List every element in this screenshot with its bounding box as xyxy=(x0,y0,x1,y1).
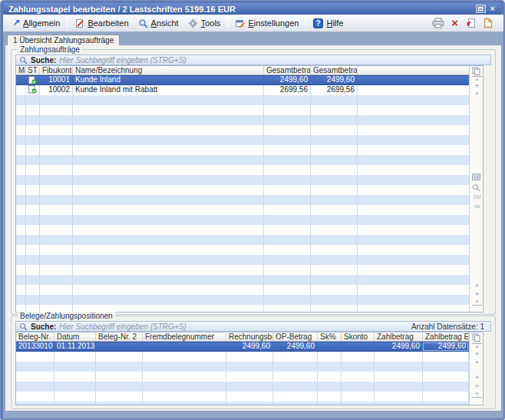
menu-label: Ansicht xyxy=(151,18,179,28)
column-header-gesamtbetrag-euro[interactable]: Gesamtbetrag Euro xyxy=(311,66,358,74)
table-row-selected[interactable]: 10001 Kunde Inland 2499,60 2499,60 xyxy=(16,75,469,85)
titlebar: Zahlungsstapel bearbeiten / 2 Lastschrif… xyxy=(4,3,501,15)
table-row-empty[interactable] xyxy=(16,205,469,215)
zoom-icon[interactable] xyxy=(472,184,482,192)
positions-rows: 20133010 01.11.2013 /Fr 2499,60 2499,60 … xyxy=(16,342,469,405)
cell-op-betrag: 2499,60 xyxy=(273,342,318,351)
row-move-up-icon[interactable]: + xyxy=(472,351,482,358)
table-row-empty[interactable] xyxy=(16,305,469,312)
table-row-empty[interactable] xyxy=(16,145,469,155)
grid-view-icon[interactable] xyxy=(472,174,482,180)
cell-skonto xyxy=(342,342,375,351)
table-row-empty[interactable] xyxy=(16,402,469,405)
column-header-sk-prozent[interactable]: Sk% xyxy=(318,332,342,341)
column-header-beleg-nr-2[interactable]: Beleg-Nr. 2 xyxy=(96,332,143,341)
table-row-empty[interactable] xyxy=(16,362,469,372)
cell-gesamtbetrag-euro: 2699,56 xyxy=(311,85,358,95)
scroll-top-icon[interactable]: ▲ xyxy=(472,343,482,349)
help-icon: ? xyxy=(313,18,323,28)
row-move-down-icon[interactable]: + xyxy=(472,291,482,298)
scroll-up-icon[interactable]: ▲ xyxy=(472,359,482,365)
table-row-empty[interactable] xyxy=(16,392,469,402)
menu-allgemein[interactable]: ↗ Allgemein xyxy=(8,17,64,29)
table-row-empty[interactable] xyxy=(16,135,469,145)
cell-fremdbelegnummer xyxy=(143,342,226,351)
table-row-empty[interactable] xyxy=(16,125,469,135)
table-row[interactable]: 10002 Kunde Inland mit Rabatt 2699,56 26… xyxy=(16,85,469,95)
column-header-beleg-nr[interactable]: Beleg-Nr. xyxy=(16,332,54,341)
orders-search-input[interactable] xyxy=(59,55,487,64)
menu-hilfe[interactable]: ? Hilfe xyxy=(309,17,348,30)
edit-document-icon xyxy=(74,18,84,28)
scroll-down-icon[interactable]: ▼ xyxy=(472,375,482,381)
menu-tools[interactable]: Tools xyxy=(183,17,226,30)
menu-bearbeiten[interactable]: Bearbeiten xyxy=(70,17,133,30)
print-icon[interactable] xyxy=(432,18,444,28)
close-button[interactable]: × xyxy=(489,5,497,13)
positions-side-toolbar: ▲ + ▲ ▼ + ▼ xyxy=(469,332,484,405)
table-row-empty[interactable] xyxy=(16,165,469,175)
column-header-name[interactable]: Name/Bezeichnung xyxy=(73,66,264,74)
table-row-empty[interactable] xyxy=(16,285,469,295)
scroll-bottom-icon[interactable]: ▼ xyxy=(472,392,482,398)
column-header-datum[interactable]: Datum xyxy=(54,332,96,341)
svg-text:?: ? xyxy=(316,19,321,28)
table-row-empty[interactable] xyxy=(16,245,469,255)
cell-name: Kunde Inland mit Rabatt xyxy=(73,85,264,95)
table-row-selected[interactable]: 20133010 01.11.2013 /Fr 2499,60 2499,60 … xyxy=(16,342,469,352)
positions-search-input[interactable] xyxy=(59,322,405,331)
table-row-empty[interactable] xyxy=(16,195,469,205)
positions-search-bar: Suche: Anzahl Datensätze: 1 xyxy=(15,321,491,332)
table-row-empty[interactable] xyxy=(16,95,469,105)
va-icon[interactable]: Va xyxy=(472,203,482,210)
table-row-empty[interactable] xyxy=(16,225,469,235)
new-document-icon[interactable] xyxy=(483,18,493,28)
menu-einstellungen[interactable]: Einstellungen xyxy=(230,17,303,30)
export-document-icon[interactable] xyxy=(465,18,476,28)
orders-header-row: M ST Fibukonto Name/Bezeichnung Gesamtbe… xyxy=(16,66,469,75)
copy-grid-icon[interactable] xyxy=(472,333,482,342)
cell-zahlbetrag-euro[interactable]: 2499,60 xyxy=(423,342,469,351)
table-row-empty[interactable] xyxy=(16,382,469,392)
delete-icon[interactable]: × xyxy=(451,18,458,28)
group-zahlungsauftraege: Zahlungsaufträge Suche: M ST Fibukonto N… xyxy=(11,49,496,315)
table-row-empty[interactable] xyxy=(16,265,469,275)
dm-currency-icon[interactable]: DM xyxy=(472,194,482,200)
table-row-empty[interactable] xyxy=(16,295,469,305)
column-header-skonto[interactable]: Skonto xyxy=(342,332,375,341)
column-header-gesamtbetrag[interactable]: Gesamtbetrag xyxy=(264,66,311,74)
table-row-empty[interactable] xyxy=(16,115,469,125)
row-move-up-icon[interactable]: + xyxy=(472,83,482,90)
column-header-fibukonto[interactable]: Fibukonto xyxy=(40,66,73,74)
scroll-up-icon[interactable]: ▲ xyxy=(472,91,482,96)
table-row-empty[interactable] xyxy=(16,275,469,285)
table-row-empty[interactable] xyxy=(16,255,469,265)
column-header-m[interactable]: M xyxy=(16,66,26,74)
menu-ansicht[interactable]: Ansicht xyxy=(134,17,183,30)
table-row-empty[interactable] xyxy=(16,372,469,382)
table-row-empty[interactable] xyxy=(16,175,469,185)
table-row-empty[interactable] xyxy=(16,185,469,195)
column-header-zahlbetrag[interactable]: Zahlbetrag xyxy=(375,332,423,341)
row-move-down-icon[interactable]: + xyxy=(472,383,482,390)
restore-button[interactable] xyxy=(476,5,486,13)
table-row-empty[interactable] xyxy=(16,235,469,245)
cell-sk-prozent xyxy=(318,342,342,351)
column-header-zahlbetrag-euro[interactable]: Zahlbetrag Euro xyxy=(423,332,469,341)
table-row-empty[interactable] xyxy=(16,215,469,225)
scroll-bottom-icon[interactable]: ▼ xyxy=(472,299,482,306)
tab-uebersicht-zahlungsauftraege[interactable]: 1 Übersicht Zahlungsaufträge xyxy=(7,35,120,45)
column-header-op-betrag[interactable]: OP-Betrag xyxy=(273,332,318,341)
column-header-filler xyxy=(358,66,469,74)
scroll-top-icon[interactable]: ▲ xyxy=(472,76,482,82)
column-header-st[interactable]: ST xyxy=(26,66,40,74)
orders-grid: M ST Fibukonto Name/Bezeichnung Gesamtbe… xyxy=(16,66,469,312)
table-row-empty[interactable] xyxy=(16,352,469,362)
scroll-down-icon[interactable]: ▼ xyxy=(472,283,482,289)
table-row-empty[interactable] xyxy=(16,155,469,165)
copy-grid-icon[interactable] xyxy=(472,67,482,75)
table-row-empty[interactable] xyxy=(16,105,469,115)
column-header-rechnungsbetrag[interactable]: Rechnungsbetrag xyxy=(226,332,273,341)
column-header-fremdbelegnummer[interactable]: Fremdbelegnummer xyxy=(143,332,226,341)
cell-fibukonto: 10002 xyxy=(40,85,73,95)
